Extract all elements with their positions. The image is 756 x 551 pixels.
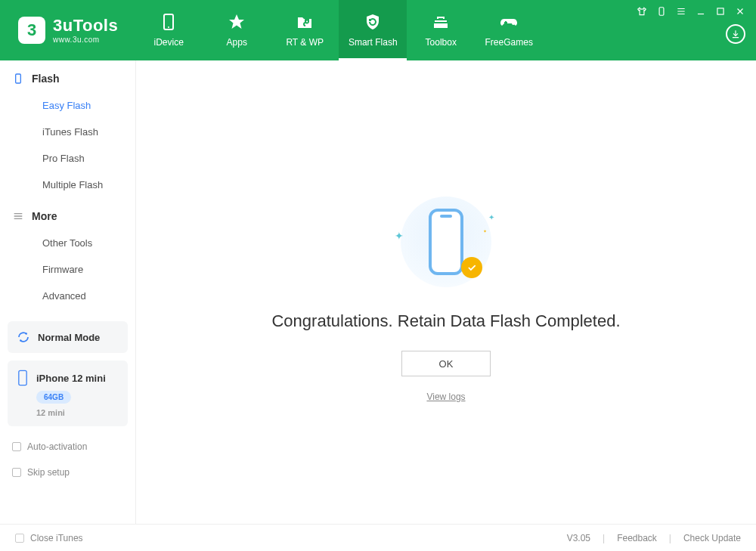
sidebar-header-more[interactable]: More [0,198,135,230]
device-card[interactable]: iPhone 12 mini 64GB 12 mini [8,361,128,426]
sparkle-icon: ✦ [483,228,487,234]
device-name: iPhone 12 mini [36,373,106,384]
tab-rtwp[interactable]: RT & WP [271,0,339,60]
app-logo: 3 3uTools www.3u.com [0,0,135,60]
sidebar-item-pro-flash[interactable]: Pro Flash [0,145,135,172]
nav-tabs: iDevice Apps RT & WP Smart Flash Toolbox… [135,0,543,60]
checkbox-icon[interactable] [15,534,24,543]
view-logs-link[interactable]: View logs [426,392,465,402]
svg-rect-8 [16,74,21,83]
result-headline: Congratulations. Retain Data Flash Compl… [271,311,620,331]
check-label: Auto-activation [27,441,87,452]
ok-button[interactable]: OK [401,351,491,376]
sidebar: Flash Easy Flash iTunes Flash Pro Flash … [0,60,136,524]
status-version: V3.05 [567,533,590,543]
sidebar-header-label: Flash [32,73,60,85]
topbar: 3 3uTools www.3u.com iDevice Apps RT & W… [0,0,756,60]
tab-smartflash[interactable]: Smart Flash [339,0,407,60]
status-close-itunes[interactable]: Close iTunes [30,533,83,543]
tab-toolbox[interactable]: Toolbox [407,0,475,60]
main-panel: ✦ ✦ ✦ Congratulations. Retain Data Flash… [136,60,756,524]
tshirt-icon[interactable] [637,6,647,17]
svg-point-9 [26,333,27,334]
sidebar-item-itunes-flash[interactable]: iTunes Flash [0,119,135,145]
mode-card[interactable]: Normal Mode [8,321,128,353]
phone-small-icon[interactable] [656,6,667,17]
tab-idevice[interactable]: iDevice [135,0,203,60]
phone-icon [160,13,178,31]
svg-point-10 [20,339,21,341]
status-update-link[interactable]: Check Update [683,533,741,543]
checkbox-icon [12,468,21,477]
phone-illustration-icon [429,209,463,275]
maximize-icon[interactable] [715,6,726,17]
sidebar-item-easy-flash[interactable]: Easy Flash [0,92,135,119]
device-storage-badge: 64GB [36,391,71,404]
tab-label: iDevice [154,37,184,48]
download-button[interactable] [726,24,745,44]
sidebar-item-other-tools[interactable]: Other Tools [0,230,135,256]
folder-music-icon [296,13,314,31]
tab-label: Toolbox [426,37,457,48]
apps-icon [228,13,246,31]
svg-rect-7 [717,8,723,14]
tab-apps[interactable]: Apps [203,0,271,60]
toolbox-icon [432,13,450,31]
sidebar-item-advanced[interactable]: Advanced [0,283,135,309]
sidebar-header-label: More [32,210,57,222]
app-subtitle: www.3u.com [53,36,118,44]
svg-rect-11 [19,370,26,385]
window-controls [637,0,756,60]
mode-icon [17,330,30,344]
device-model: 12 mini [36,408,65,417]
checkmark-badge-icon [461,257,482,278]
minimize-icon[interactable] [696,6,706,17]
device-icon [12,73,24,85]
statusbar: Close iTunes V3.05 | Feedback | Check Up… [0,524,756,551]
tab-label: FreeGames [485,37,533,48]
check-skip-setup[interactable]: Skip setup [0,460,135,485]
sidebar-item-firmware[interactable]: Firmware [0,256,135,283]
mode-label: Normal Mode [38,332,100,343]
menu-icon[interactable] [676,6,686,17]
sidebar-header-flash[interactable]: Flash [0,60,135,92]
device-phone-icon [17,370,29,386]
sidebar-item-multiple-flash[interactable]: Multiple Flash [0,172,135,198]
sparkle-icon: ✦ [395,230,404,242]
tab-freegames[interactable]: FreeGames [475,0,543,60]
svg-point-5 [513,23,514,24]
check-label: Skip setup [27,467,70,478]
tab-label: Apps [227,37,247,48]
menu-lines-icon [12,210,24,222]
status-feedback-link[interactable]: Feedback [617,533,657,543]
separator: | [669,533,671,543]
sparkle-icon: ✦ [488,213,494,221]
tab-label: Smart Flash [349,37,398,48]
logo-mark-icon: 3 [18,17,45,44]
svg-point-1 [168,26,169,28]
close-icon[interactable] [735,6,745,17]
success-illustration: ✦ ✦ ✦ [401,197,491,287]
shield-refresh-icon [364,13,382,31]
svg-rect-6 [659,8,664,16]
separator: | [603,533,605,543]
check-auto-activation[interactable]: Auto-activation [0,434,135,460]
gamepad-icon [500,13,518,31]
svg-marker-2 [229,14,244,29]
tab-label: RT & WP [286,37,324,48]
checkbox-icon [12,442,21,451]
app-title: 3uTools [53,17,118,35]
